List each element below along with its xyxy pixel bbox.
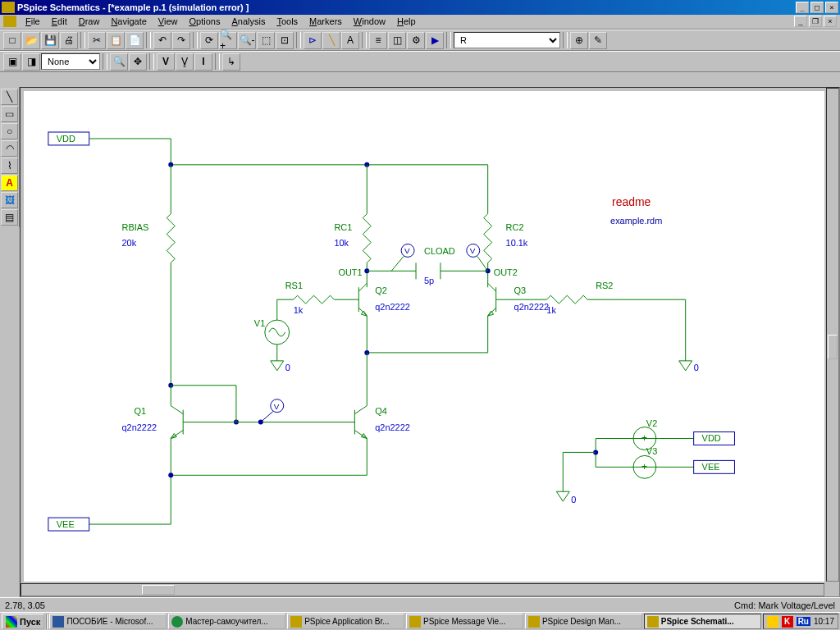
mdi-restore-button[interactable]: ❐	[809, 16, 822, 27]
rs1-value[interactable]: 1k	[294, 305, 304, 315]
redo-button[interactable]: ↷	[172, 32, 190, 49]
edit-sym-button[interactable]: ◫	[388, 32, 406, 49]
q1-model[interactable]: q2n2222	[122, 422, 158, 432]
rbias-value[interactable]: 20k	[122, 238, 137, 248]
port-vee[interactable]: VEE	[57, 519, 75, 529]
rbias-label[interactable]: RBIAS	[122, 222, 149, 232]
vdiff-marker-button[interactable]: V͇	[176, 53, 194, 71]
system-tray[interactable]: K Ru 10:17	[763, 614, 838, 629]
circle-tool[interactable]: ○	[1, 123, 18, 139]
open-button[interactable]: 📂	[22, 32, 40, 49]
schematic-canvas[interactable]: VDD RBIAS 20k RC1 10k RC2	[24, 91, 824, 582]
rc2-label[interactable]: RC2	[506, 222, 524, 232]
clock[interactable]: 10:17	[814, 617, 834, 626]
language-indicator[interactable]: Ru	[797, 617, 810, 626]
vertical-scrollbar[interactable]	[826, 88, 839, 582]
undo-button[interactable]: ↶	[153, 32, 171, 49]
setup-button[interactable]: ⚙	[407, 32, 425, 49]
menu-markers[interactable]: Markers	[304, 16, 348, 28]
close-button[interactable]: ×	[825, 2, 838, 13]
line-tool[interactable]: ╲	[1, 89, 18, 105]
port-vdd-2[interactable]: VDD	[702, 433, 721, 443]
copy-button[interactable]: 📋	[107, 32, 125, 49]
maximize-button[interactable]: □	[810, 2, 824, 13]
menu-analysis[interactable]: Analysis	[226, 16, 271, 28]
edit-attr-button[interactable]: ✎	[589, 32, 607, 49]
cload-label[interactable]: CLOAD	[424, 246, 455, 256]
task-item-0[interactable]: ПОСОБИЕ - Microsof...	[49, 614, 167, 629]
menu-window[interactable]: Window	[348, 16, 391, 28]
out2-net[interactable]: OUT2	[494, 267, 518, 277]
text-button[interactable]: A	[341, 32, 359, 49]
paste-button[interactable]: 📄	[126, 32, 144, 49]
minimize-button[interactable]: _	[796, 2, 809, 13]
new-button[interactable]: □	[3, 32, 21, 49]
port-vdd[interactable]: VDD	[57, 134, 75, 144]
menu-navigate[interactable]: Navigate	[105, 16, 152, 28]
task-item-3[interactable]: PSpice Message Vie...	[406, 614, 523, 629]
v3-label[interactable]: V3	[646, 446, 657, 456]
port-vee-2[interactable]: VEE	[702, 462, 720, 472]
cut-button[interactable]: ✂	[88, 32, 106, 49]
zoom-fit-button[interactable]: ⊡	[276, 32, 294, 49]
task-item-1[interactable]: Мастер-самоучител...	[168, 614, 285, 629]
rc1-value[interactable]: 10k	[334, 238, 349, 248]
rect-tool[interactable]: ▭	[1, 106, 18, 122]
layer-combo[interactable]: None	[41, 53, 100, 70]
menu-edit[interactable]: Edit	[46, 16, 73, 28]
task-item-5[interactable]: PSpice Schemati...	[644, 614, 761, 629]
mdi-close-button[interactable]: ×	[824, 16, 837, 27]
task-item-4[interactable]: PSpice Design Man...	[525, 614, 642, 629]
v1-label[interactable]: V1	[254, 318, 265, 328]
probe-button[interactable]: ↳	[222, 53, 240, 71]
menu-view[interactable]: View	[153, 16, 184, 28]
polyline-tool[interactable]: ⌇	[1, 158, 18, 174]
menu-file[interactable]: File	[20, 16, 46, 28]
v2-label[interactable]: V2	[646, 418, 657, 428]
text-tool[interactable]: A	[1, 175, 18, 191]
q4-label[interactable]: Q4	[375, 406, 387, 416]
q2-label[interactable]: Q2	[375, 285, 387, 295]
q2-model[interactable]: q2n2222	[375, 302, 410, 312]
q3-model[interactable]: q2n2222	[514, 302, 550, 312]
arc-tool[interactable]: ◠	[1, 140, 18, 157]
save-button[interactable]: 💾	[41, 32, 59, 49]
part-name-combo[interactable]: R	[454, 32, 560, 48]
horizontal-scrollbar[interactable]	[21, 583, 824, 596]
print-button[interactable]: 🖨	[60, 32, 78, 49]
rs2-label[interactable]: RS2	[596, 281, 613, 290]
start-button[interactable]: Пуск	[2, 614, 44, 629]
insert-pic-tool[interactable]: 🖼	[1, 192, 18, 208]
zoom-in-button[interactable]: 🔍+	[219, 32, 237, 49]
rs1-label[interactable]: RS1	[285, 281, 303, 290]
marker2-button[interactable]: ◨	[22, 53, 40, 71]
zoom-area-button[interactable]: ⬚	[257, 32, 275, 49]
q3-label[interactable]: Q3	[514, 285, 527, 295]
menu-tools[interactable]: Tools	[271, 16, 304, 28]
zoom-tool-button[interactable]: 🔍	[110, 53, 128, 71]
get-part-button[interactable]: ⊕	[570, 32, 588, 49]
readme-title[interactable]: readme	[612, 195, 651, 208]
zoom-out-button[interactable]: 🔍-	[238, 32, 256, 49]
mdi-minimize-button[interactable]: _	[794, 16, 807, 27]
q1-label[interactable]: Q1	[134, 406, 146, 416]
pan-tool-button[interactable]: ✥	[129, 53, 147, 71]
marker-button[interactable]: ▣	[3, 53, 21, 71]
chart-tool[interactable]: ▤	[1, 209, 18, 226]
menu-help[interactable]: Help	[391, 16, 422, 28]
q4-model[interactable]: q2n2222	[375, 422, 410, 432]
rc1-label[interactable]: RC1	[334, 222, 352, 232]
out1-net[interactable]: OUT1	[338, 267, 362, 277]
redraw-button[interactable]: ⟳	[200, 32, 218, 49]
rs2-value[interactable]: 1k	[546, 305, 556, 315]
task-item-2[interactable]: PSpice Application Br...	[287, 614, 404, 629]
readme-file[interactable]: example.rdm	[610, 216, 662, 226]
attributes-button[interactable]: ≡	[369, 32, 387, 49]
cload-value[interactable]: 5p	[424, 276, 434, 285]
menu-options[interactable]: Options	[184, 16, 226, 28]
wire-button[interactable]: ╲	[322, 32, 340, 49]
kaspersky-icon[interactable]: K	[782, 616, 793, 628]
current-marker-button[interactable]: I	[194, 53, 212, 71]
voltage-marker-button[interactable]: V	[157, 53, 175, 71]
menu-draw[interactable]: Draw	[73, 16, 106, 28]
